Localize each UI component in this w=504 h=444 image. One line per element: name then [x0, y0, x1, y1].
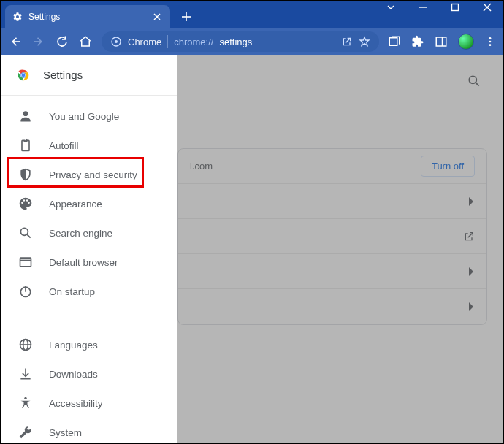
- person-icon: [18, 109, 33, 123]
- svg-rect-5: [452, 4, 459, 11]
- svg-marker-12: [360, 37, 369, 45]
- sidebar-item-label: You and Google: [49, 111, 119, 122]
- svg-point-23: [20, 228, 28, 235]
- close-icon[interactable]: [151, 11, 163, 23]
- browser-tab[interactable]: Settings: [5, 5, 170, 28]
- window-controls: [375, 1, 503, 14]
- svg-line-24: [27, 234, 31, 238]
- settings-sidebar: Settings You and Google Autofill Privacy…: [1, 55, 177, 443]
- url-path: settings: [219, 37, 252, 47]
- extensions-icon[interactable]: [411, 35, 424, 48]
- browser-toolbar: Chrome chrome://settings: [1, 28, 503, 55]
- sidebar-item-label: Downloads: [49, 369, 98, 380]
- sidebar-item-accessibility[interactable]: Accessibility: [1, 388, 177, 418]
- search-icon: [18, 226, 33, 240]
- address-bar[interactable]: Chrome chrome://settings: [102, 31, 379, 52]
- gear-icon: [12, 12, 23, 22]
- sidebar-item-label: Autofill: [49, 140, 79, 151]
- download-icon: [18, 367, 33, 381]
- window-maximize-button[interactable]: [439, 1, 471, 14]
- sidebar-item-label: Languages: [49, 340, 98, 351]
- sidebar-item-you-and-google[interactable]: You and Google: [1, 102, 177, 131]
- svg-rect-14: [436, 37, 446, 46]
- sidebar-scroll[interactable]: You and Google Autofill Privacy and secu…: [1, 96, 177, 443]
- nav-secondary: Languages Downloads Accessibility System…: [1, 324, 177, 443]
- globe-icon: [18, 337, 33, 352]
- bookmark-star-icon[interactable]: [359, 36, 370, 47]
- svg-point-22: [23, 111, 28, 116]
- sidebar-item-label: Accessibility: [49, 398, 103, 409]
- window-titlebar: Settings: [1, 1, 503, 28]
- sidebar-header: Settings: [1, 55, 177, 96]
- page-title: Settings: [43, 69, 83, 81]
- svg-point-18: [489, 44, 492, 46]
- tab-overview-icon[interactable]: [388, 35, 401, 48]
- sidebar-item-appearance[interactable]: Appearance: [1, 189, 177, 218]
- power-icon: [18, 284, 33, 299]
- reload-button[interactable]: [55, 34, 69, 49]
- home-button[interactable]: [78, 34, 93, 49]
- divider: [167, 35, 168, 48]
- sidebar-item-search-engine[interactable]: Search engine: [1, 218, 177, 248]
- sidebar-item-label: Privacy and security: [49, 169, 137, 180]
- back-button[interactable]: [8, 34, 23, 49]
- svg-point-33: [24, 397, 26, 399]
- dim-overlay: [177, 55, 503, 443]
- window-close-button[interactable]: [471, 1, 503, 14]
- browser-window-icon: [18, 255, 33, 269]
- sidebar-item-label: On startup: [49, 286, 95, 297]
- nav-primary: You and Google Autofill Privacy and secu…: [1, 96, 177, 312]
- svg-rect-13: [389, 38, 397, 46]
- svg-point-11: [115, 40, 118, 43]
- svg-point-17: [489, 41, 492, 43]
- sidebar-item-label: Search engine: [49, 228, 112, 239]
- chrome-logo-icon: [15, 67, 31, 83]
- sidebar-item-privacy-security[interactable]: Privacy and security: [1, 160, 177, 189]
- sidebar-item-on-startup[interactable]: On startup: [1, 277, 177, 306]
- chevron-down-icon[interactable]: [375, 1, 407, 14]
- menu-dots-icon[interactable]: [484, 36, 496, 47]
- profile-avatar[interactable]: [458, 34, 474, 50]
- forward-button: [31, 34, 46, 49]
- svg-rect-25: [20, 258, 31, 267]
- side-panel-icon[interactable]: [435, 35, 448, 48]
- divider: [1, 318, 177, 318]
- url-scheme: chrome://: [174, 37, 213, 47]
- svg-point-16: [489, 37, 492, 39]
- sidebar-item-label: Default browser: [49, 257, 118, 268]
- sidebar-item-autofill[interactable]: Autofill: [1, 131, 177, 160]
- share-icon[interactable]: [341, 36, 353, 47]
- content-area: Settings You and Google Autofill Privacy…: [1, 55, 503, 443]
- chrome-icon: [110, 36, 122, 47]
- palette-icon: [18, 196, 33, 211]
- sidebar-item-languages[interactable]: Languages: [1, 330, 177, 359]
- sidebar-item-label: System: [49, 427, 82, 438]
- window-minimize-button[interactable]: [407, 1, 439, 14]
- sidebar-item-system[interactable]: System: [1, 418, 177, 443]
- url-label: Chrome: [128, 37, 161, 47]
- shield-icon: [18, 167, 33, 182]
- wrench-icon: [18, 425, 33, 440]
- toolbar-right: [388, 34, 496, 50]
- sidebar-item-label: Appearance: [49, 199, 102, 210]
- sidebar-item-default-browser[interactable]: Default browser: [1, 248, 177, 277]
- main-pane: l.com Turn off: [177, 55, 503, 443]
- accessibility-icon: [18, 396, 33, 410]
- new-tab-button[interactable]: [176, 7, 196, 27]
- tab-title: Settings: [28, 12, 145, 22]
- svg-point-21: [22, 73, 26, 77]
- clipboard-icon: [18, 138, 33, 153]
- sidebar-item-downloads[interactable]: Downloads: [1, 359, 177, 388]
